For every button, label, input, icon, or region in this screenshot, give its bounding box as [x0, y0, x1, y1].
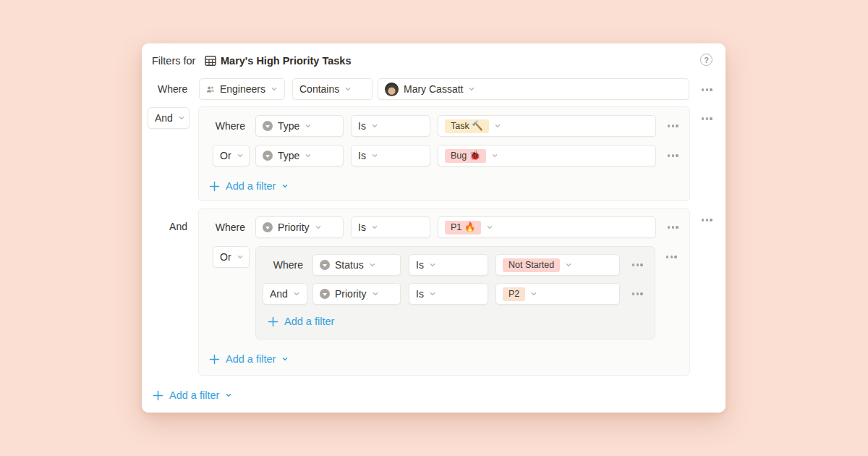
chevron-down-icon — [486, 224, 493, 231]
group2-add-filter-button[interactable]: Add a filter — [209, 351, 289, 367]
chevron-down-icon — [315, 224, 322, 231]
chevron-down-icon — [237, 253, 244, 261]
select-property-icon — [320, 260, 330, 270]
top-row-menu-button[interactable] — [702, 85, 715, 95]
group2-row1-lead-label: Where — [215, 216, 245, 238]
top-property-dropdown[interactable]: Engineers — [199, 78, 285, 100]
filters-panel: Filters for Mary's High Priority Tasks ?… — [142, 43, 726, 413]
top-operator-dropdown[interactable]: Contains — [292, 78, 373, 100]
group1-connector-dropdown[interactable]: And — [148, 107, 190, 129]
chevron-down-icon — [281, 355, 289, 363]
group1-add-filter-label: Add a filter — [226, 180, 276, 192]
group1-add-filter-button[interactable]: Add a filter — [209, 178, 289, 194]
nested-row2-operator-value: Is — [416, 288, 424, 300]
chevron-down-icon — [429, 290, 436, 297]
group1-menu-button[interactable] — [702, 114, 715, 124]
group1-row1-lead-label: Where — [215, 115, 245, 137]
chevron-down-icon — [371, 152, 378, 159]
group1-row2-menu-button[interactable] — [668, 151, 681, 161]
select-property-icon — [263, 121, 273, 131]
page-background: Filters for Mary's High Priority Tasks ?… — [0, 0, 868, 456]
top-property-value: Engineers — [220, 83, 265, 95]
chevron-down-icon — [371, 122, 378, 130]
group2-nested-connector-dropdown[interactable]: Or — [213, 246, 250, 268]
chevron-down-icon — [305, 122, 312, 130]
group2-nested-connector-value: Or — [220, 251, 231, 263]
group1-row2-value-dropdown[interactable]: Bug 🐞 — [438, 145, 656, 166]
filter-group-1: Where Type Is Task 🔨 Or — [198, 106, 690, 201]
group2-menu-button[interactable] — [702, 215, 715, 225]
group1-row2-lead-value: Or — [220, 150, 231, 161]
group1-row1-value-dropdown[interactable]: Task 🔨 — [438, 115, 656, 137]
nested-row2-lead-value: And — [270, 288, 288, 300]
filter-group-2: Where Priority Is P1 🔥 Or — [198, 208, 690, 376]
avatar — [385, 83, 399, 96]
group1-row2-operator-dropdown[interactable]: Is — [351, 145, 430, 166]
footer-add-filter-label: Add a filter — [169, 389, 219, 401]
group2-row1-operator-dropdown[interactable]: Is — [351, 216, 430, 238]
group2-row1-menu-button[interactable] — [668, 222, 681, 232]
nested-row1-operator-value: Is — [416, 259, 424, 271]
plus-icon — [209, 354, 220, 365]
chevron-down-icon — [293, 290, 300, 297]
tag-not-started: Not Started — [503, 258, 560, 272]
group1-row2-connector-dropdown[interactable]: Or — [213, 145, 250, 166]
nested-row1-operator-dropdown[interactable]: Is — [409, 254, 488, 276]
nested-group-menu-button[interactable] — [666, 252, 679, 262]
footer-add-filter-button[interactable]: Add a filter — [153, 387, 232, 403]
group2-row1-operator-value: Is — [358, 221, 366, 233]
plus-icon — [209, 181, 220, 192]
group1-row1-property-dropdown[interactable]: Type — [255, 115, 344, 137]
chevron-down-icon — [530, 290, 537, 297]
chevron-down-icon — [468, 85, 475, 93]
chevron-down-icon — [369, 261, 376, 269]
chevron-down-icon — [237, 152, 244, 159]
chevron-down-icon — [344, 85, 352, 93]
group1-connector-value: And — [155, 112, 173, 124]
help-glyph: ? — [704, 56, 709, 64]
nested-row2-value-dropdown[interactable]: P2 — [495, 283, 620, 305]
nested-row1-menu-button[interactable] — [632, 260, 645, 270]
top-operator-value: Contains — [299, 83, 339, 95]
table-icon — [204, 54, 217, 67]
chevron-down-icon — [178, 114, 185, 122]
nested-row2-operator-dropdown[interactable]: Is — [409, 283, 488, 305]
group2-add-filter-label: Add a filter — [226, 353, 276, 365]
group1-row2-operator-value: Is — [358, 150, 366, 161]
nested-row2-menu-button[interactable] — [632, 289, 645, 299]
group2-row1-property-dropdown[interactable]: Priority — [255, 216, 344, 238]
nested-row2-property-dropdown[interactable]: Priority — [312, 283, 401, 305]
top-value-dropdown[interactable]: Mary Cassatt — [378, 78, 689, 100]
plus-icon — [153, 390, 163, 401]
group2-row1-value-dropdown[interactable]: P1 🔥 — [438, 216, 656, 238]
group2-connector-label: And — [156, 216, 187, 237]
group1-row2-property-value: Type — [278, 150, 299, 161]
nested-row1-lead-label: Where — [272, 254, 303, 276]
chevron-down-icon — [225, 392, 232, 399]
nested-add-filter-button[interactable]: Add a filter — [268, 313, 334, 329]
nested-row1-property-dropdown[interactable]: Status — [312, 254, 401, 276]
top-filter-lead-label: Where — [158, 78, 187, 100]
nested-row2-property-value: Priority — [335, 288, 367, 300]
panel-title-prefix: Filters for — [152, 53, 195, 69]
chevron-down-icon — [372, 290, 379, 297]
select-property-icon — [263, 222, 273, 232]
group1-row1-operator-dropdown[interactable]: Is — [351, 115, 430, 137]
nested-row1-value-dropdown[interactable]: Not Started — [495, 254, 620, 276]
chevron-down-icon — [491, 152, 498, 159]
nested-row1-property-value: Status — [335, 259, 364, 271]
chevron-down-icon — [494, 122, 501, 130]
help-icon[interactable]: ? — [700, 54, 712, 66]
group2-row1-property-value: Priority — [278, 221, 310, 233]
tag-p2: P2 — [503, 287, 525, 301]
group1-row2-property-dropdown[interactable]: Type — [255, 145, 344, 166]
nested-filter-group: Where Status Is Not Started — [255, 246, 655, 339]
panel-title: Mary's High Priority Tasks — [221, 53, 351, 69]
group1-row1-menu-button[interactable] — [668, 121, 681, 131]
nested-add-filter-label: Add a filter — [284, 316, 334, 327]
chevron-down-icon — [429, 261, 436, 269]
chevron-down-icon — [371, 224, 378, 231]
group1-row1-property-value: Type — [278, 120, 299, 132]
nested-row2-connector-dropdown[interactable]: And — [263, 283, 307, 305]
tag-p1: P1 🔥 — [445, 221, 481, 235]
